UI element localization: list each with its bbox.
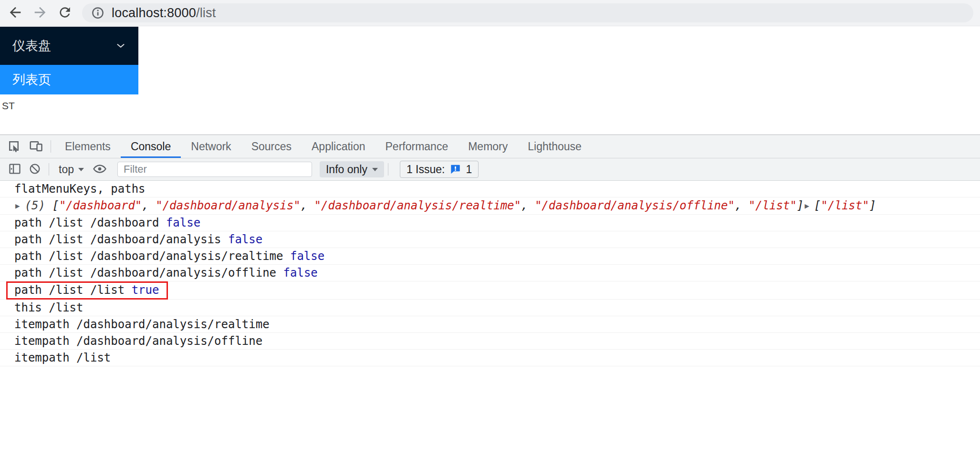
- page-text: ST: [2, 100, 980, 112]
- console-message-text: itempath /dashboard/analysis/offline: [14, 334, 262, 348]
- console-message: path /list /dashboard/analysis/offline f…: [0, 265, 980, 281]
- context-selector-label: top: [59, 163, 74, 176]
- console-text-segment: ,: [301, 199, 314, 212]
- log-levels-label: Info only: [326, 163, 367, 176]
- console-text-segment: this /list: [14, 301, 83, 314]
- console-text-segment: itempath /list: [14, 351, 111, 364]
- issues-button[interactable]: 1 Issue: 1: [400, 161, 479, 178]
- console-text-segment: false: [283, 266, 318, 280]
- console-message: flatMenuKeys, paths: [0, 181, 980, 197]
- back-button[interactable]: [3, 2, 28, 24]
- console-text-segment: path /list /dashboard/analysis/realtime: [14, 249, 290, 263]
- console-text-segment: "/dashboard/analysis": [156, 199, 300, 212]
- tab-console[interactable]: Console: [121, 135, 181, 158]
- device-toolbar-button[interactable]: [25, 135, 47, 158]
- info-icon[interactable]: [91, 6, 105, 20]
- console-message-text: path /list /dashboard false: [14, 216, 200, 229]
- console-text-segment: itempath /dashboard/analysis/realtime: [14, 318, 270, 331]
- console-text-segment: path /list /dashboard/analysis/offline: [14, 266, 283, 280]
- console-message-text: path /list /dashboard/analysis/offline f…: [14, 266, 318, 280]
- console-sidebar-button[interactable]: [5, 158, 25, 180]
- issues-count: 1: [466, 163, 472, 176]
- url-path: /list: [196, 6, 216, 20]
- log-levels-dropdown[interactable]: Info only: [320, 161, 384, 177]
- browser-toolbar: localhost:8000/list: [0, 0, 980, 26]
- console-text-segment: (5): [25, 199, 52, 212]
- submenu-label: 仪表盘: [12, 37, 51, 54]
- console-text-segment: ,: [521, 199, 535, 212]
- console-text-segment: "/list": [749, 199, 797, 212]
- expand-arrow-icon[interactable]: ▶: [804, 201, 809, 210]
- console-messages: flatMenuKeys, paths▶(5) ["/dashboard", "…: [0, 181, 980, 456]
- forward-button[interactable]: [28, 2, 52, 24]
- tab-application[interactable]: Application: [302, 135, 375, 158]
- context-selector[interactable]: top: [53, 163, 90, 176]
- tab-performance[interactable]: Performance: [375, 135, 459, 158]
- devtools-panel: Elements Console Network Sources Applica…: [0, 135, 980, 456]
- device-toolbar-icon: [29, 139, 43, 155]
- console-text-segment: "/dashboard/analysis/realtime": [314, 199, 521, 212]
- console-text-segment: path /list /dashboard/analysis: [14, 233, 228, 246]
- console-message: path /list /dashboard false: [0, 215, 980, 231]
- console-message: path /list /dashboard/analysis false: [0, 231, 980, 248]
- reload-button[interactable]: [52, 2, 77, 24]
- console-text-segment: true: [132, 283, 159, 297]
- live-expression-button[interactable]: [90, 158, 110, 180]
- console-message-text: this /list: [14, 301, 83, 314]
- menu-submenu-dashboard[interactable]: 仪表盘: [0, 27, 138, 65]
- url-host: localhost:8000: [112, 6, 196, 20]
- console-message-text: path /list /dashboard/analysis false: [14, 233, 262, 246]
- console-toolbar: top Info only 1 Issue: 1: [0, 158, 980, 181]
- console-message: ▶(5) ["/dashboard", "/dashboard/analysis…: [0, 197, 980, 215]
- chevron-down-icon: [115, 41, 126, 51]
- filter-input[interactable]: [117, 162, 312, 177]
- devtools-tabbar: Elements Console Network Sources Applica…: [0, 135, 980, 158]
- console-message: itempath /dashboard/analysis/offline: [0, 333, 980, 350]
- clear-console-icon: [28, 162, 42, 177]
- clear-console-button[interactable]: [25, 158, 45, 180]
- inspect-cursor-icon: [7, 139, 21, 155]
- tab-network[interactable]: Network: [181, 135, 241, 158]
- console-text-segment: false: [166, 216, 200, 229]
- console-message-text: itempath /list: [14, 351, 111, 364]
- console-sidebar-icon: [8, 162, 21, 177]
- console-message-text: itempath /dashboard/analysis/realtime: [14, 318, 270, 331]
- address-bar[interactable]: localhost:8000/list: [82, 3, 973, 22]
- toolbar-divider: [49, 163, 49, 176]
- menu-item-label: 列表页: [12, 71, 51, 88]
- expand-arrow-icon[interactable]: ▶: [15, 201, 20, 210]
- screen: localhost:8000/list 仪表盘 列表页 ST: [0, 0, 980, 456]
- console-text-segment: flatMenuKeys, paths: [14, 182, 146, 196]
- console-message-text: path /list /list true: [6, 281, 168, 300]
- tab-elements[interactable]: Elements: [55, 135, 121, 158]
- console-text-segment: "/dashboard/analysis/offline": [535, 199, 735, 212]
- console-text-segment: false: [290, 249, 324, 263]
- url-text: localhost:8000/list: [112, 6, 216, 21]
- console-message-text: path /list /dashboard/analysis/realtime …: [14, 249, 324, 263]
- console-text-segment: ,: [142, 199, 156, 212]
- tab-sources[interactable]: Sources: [241, 135, 302, 158]
- console-message: path /list /list true: [0, 281, 980, 300]
- tab-memory[interactable]: Memory: [458, 135, 518, 158]
- console-message-text: flatMenuKeys, paths: [14, 182, 146, 196]
- console-text-segment: "/dashboard": [59, 199, 142, 212]
- tab-lighthouse[interactable]: Lighthouse: [518, 135, 592, 158]
- console-text-segment: [: [814, 199, 821, 212]
- inspect-element-button[interactable]: [3, 135, 25, 158]
- console-message: path /list /dashboard/analysis/realtime …: [0, 248, 980, 265]
- sidebar-menu: 仪表盘 列表页: [0, 27, 138, 94]
- page-content: 仪表盘 列表页 ST: [0, 27, 980, 135]
- console-text-segment: itempath /dashboard/analysis/offline: [14, 334, 262, 348]
- console-message: itempath /dashboard/analysis/realtime: [0, 316, 980, 333]
- menu-item-list[interactable]: 列表页: [0, 65, 138, 94]
- dropdown-arrow-icon: [78, 168, 84, 171]
- eye-icon: [93, 162, 107, 177]
- console-message-text: ▶(5) ["/dashboard", "/dashboard/analysis…: [14, 199, 876, 212]
- console-text-segment: false: [228, 233, 262, 246]
- reload-icon: [57, 5, 73, 21]
- toolbar-divider: [51, 140, 51, 153]
- console-text-segment: ]: [869, 199, 876, 212]
- forward-arrow-icon: [32, 4, 48, 22]
- issues-label: 1 Issue:: [407, 163, 445, 176]
- back-arrow-icon: [7, 4, 23, 22]
